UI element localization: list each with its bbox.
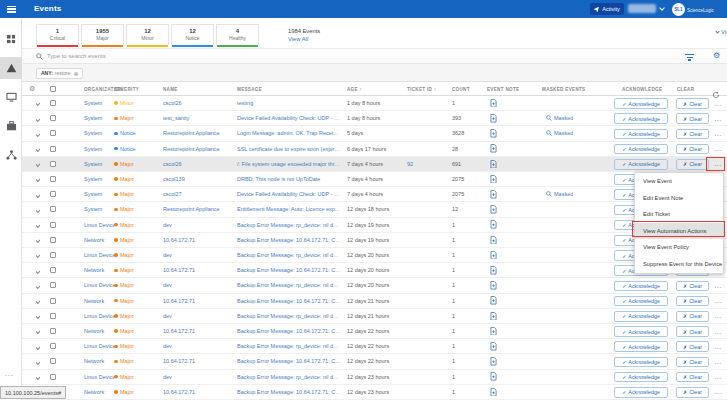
device-name-link[interactable]: dev	[163, 370, 235, 384]
expand-row-chevron-icon[interactable]	[36, 344, 40, 349]
clear-button[interactable]: ✗Clear	[676, 296, 709, 307]
device-name-link[interactable]: cscol26	[163, 96, 235, 110]
clear-button[interactable]: ✗Clear	[676, 159, 709, 170]
expand-row-chevron-icon[interactable]	[36, 374, 40, 379]
row-checkbox[interactable]	[50, 237, 56, 243]
row-checkbox[interactable]	[50, 374, 56, 380]
ticket-id-link[interactable]	[407, 187, 435, 201]
clear-button[interactable]: ✗Clear	[676, 129, 709, 140]
organization-link[interactable]: Network	[84, 354, 117, 368]
acknowledge-button[interactable]: ✓Acknowledge	[614, 144, 668, 155]
ticket-id-link[interactable]: 92	[407, 157, 435, 171]
row-checkbox[interactable]	[50, 130, 56, 136]
sidebar-item-events[interactable]	[0, 57, 22, 79]
expand-row-chevron-icon[interactable]	[36, 116, 40, 121]
event-note-icon[interactable]	[490, 233, 497, 247]
table-row[interactable]: Linux Devices Major dev Backup Error Mes…	[22, 248, 727, 263]
device-name-link[interactable]: Restorepoint Appliance	[163, 202, 235, 216]
column-settings-gear-icon[interactable]: ⚙	[29, 85, 35, 93]
organization-link[interactable]: Network	[84, 233, 117, 247]
device-name-link[interactable]: test_sanity	[163, 111, 235, 125]
ticket-id-link[interactable]	[407, 142, 435, 156]
clear-button[interactable]: ✗Clear	[676, 387, 709, 398]
event-message-link[interactable]: Backup Error Message: 10.64.172.71: Coul…	[237, 294, 341, 308]
ticket-id-link[interactable]	[407, 111, 435, 125]
row-checkbox[interactable]	[50, 282, 56, 288]
acknowledge-button[interactable]: ✓Acknowledge	[614, 281, 668, 292]
table-row[interactable]: Network Major 10.64.172.71 Backup Error …	[22, 233, 727, 248]
event-note-icon[interactable]	[490, 278, 497, 292]
row-checkbox[interactable]	[50, 161, 56, 167]
column-header-masked-events[interactable]: MASKED EVENTS	[542, 87, 585, 92]
row-more-actions-button[interactable]: ...	[712, 354, 724, 368]
expand-row-chevron-icon[interactable]	[36, 253, 40, 258]
device-name-link[interactable]: dev	[163, 278, 235, 292]
masked-events-link[interactable]: Masked	[546, 111, 573, 125]
organization-link[interactable]: System	[84, 111, 117, 125]
event-message-link[interactable]: Backup Error Message: 10.64.172.71: Coul…	[237, 233, 341, 247]
column-header-clear[interactable]: CLEAR	[677, 87, 694, 92]
table-row[interactable]: Linux Devices Major dev Backup Error Mes…	[22, 339, 727, 354]
event-message-link[interactable]: Backup Error Message: rp_device: nil dev…	[237, 248, 341, 262]
column-header-ticket-id[interactable]: TICKET ID ↑	[407, 87, 436, 92]
event-message-link[interactable]: SSL certificate due to expire soon (expi…	[237, 142, 341, 156]
sidebar-item-dashboards[interactable]	[0, 28, 22, 50]
severity-card-critical[interactable]: 1Critical	[36, 24, 79, 45]
acknowledge-button[interactable]: ✓Acknowledge	[614, 372, 668, 383]
column-header-count[interactable]: COUNT	[452, 87, 470, 92]
table-row[interactable]: Network Major 10.64.172.71 Backup Error …	[22, 385, 727, 400]
severity-card-notice[interactable]: 12Notice	[171, 24, 214, 45]
ticket-id-link[interactable]	[407, 218, 435, 232]
expand-row-chevron-icon[interactable]	[36, 359, 40, 364]
event-message-link[interactable]: Login Message: admin: OK. Trap Received …	[237, 126, 341, 140]
column-header-age[interactable]: AGE ↑	[347, 87, 362, 92]
organization-link[interactable]: System	[84, 96, 117, 110]
organization-link[interactable]: System	[84, 142, 117, 156]
row-more-actions-button[interactable]: ...	[712, 339, 724, 353]
row-more-actions-button[interactable]: ...	[712, 324, 724, 338]
device-name-link[interactable]: 10.64.172.71	[163, 294, 235, 308]
table-row[interactable]: Network Major 10.64.172.71 Backup Error …	[22, 263, 727, 278]
row-checkbox[interactable]	[50, 146, 56, 152]
table-row[interactable]: Linux Devices Major dev Backup Error Mes…	[22, 278, 727, 293]
menu-item-view-event[interactable]: View Event	[635, 173, 723, 190]
event-note-icon[interactable]	[490, 339, 497, 353]
organization-link[interactable]: Network	[84, 263, 117, 277]
device-name-link[interactable]: 10.64.172.71	[163, 233, 235, 247]
event-note-icon[interactable]	[490, 111, 497, 125]
table-row[interactable]: Network Major 10.64.172.71 Backup Error …	[22, 294, 727, 309]
refresh-icon[interactable]	[712, 85, 720, 103]
gear-icon[interactable]: ⚙	[713, 51, 720, 60]
event-message-link[interactable]: Device Failed Availability Check: UDP - …	[237, 111, 341, 125]
event-message-link[interactable]: /: File system usage exceeded major thre…	[237, 157, 341, 171]
clear-button[interactable]: ✗Clear	[676, 113, 709, 124]
severity-card-minor[interactable]: 12Minor	[126, 24, 169, 45]
organization-link[interactable]: Network	[84, 385, 117, 399]
table-row[interactable]: System Notice Restorepoint Appliance Log…	[22, 126, 727, 141]
row-more-actions-button[interactable]: ...	[712, 126, 724, 140]
view-menu-link[interactable]: View	[716, 29, 727, 35]
device-name-link[interactable]: Restorepoint Appliance	[163, 142, 235, 156]
event-message-link[interactable]: Backup Error Message: rp_device: nil dev…	[237, 309, 341, 323]
filter-list-icon[interactable]	[685, 54, 694, 62]
remove-filter-icon[interactable]: ⊗	[73, 70, 78, 77]
event-note-icon[interactable]	[490, 218, 497, 232]
event-note-icon[interactable]	[490, 157, 497, 171]
row-more-actions-button[interactable]: ...	[712, 142, 724, 156]
event-message-link[interactable]: Backup Error Message: rp_device: nil dev…	[237, 370, 341, 384]
table-row[interactable]: System Major cscol27 Device Failed Avail…	[22, 187, 727, 202]
acknowledge-button[interactable]: ✓Acknowledge	[614, 311, 668, 322]
row-checkbox[interactable]	[50, 100, 56, 106]
masked-events-link[interactable]: Masked	[546, 187, 573, 201]
organization-link[interactable]: Linux Devices	[84, 218, 117, 232]
column-header-name[interactable]: NAME	[163, 87, 178, 92]
clear-button[interactable]: ✗Clear	[676, 281, 709, 292]
organization-link[interactable]: System	[84, 157, 117, 171]
table-row[interactable]: Linux Devices Major dev Backup Error Mes…	[22, 370, 727, 385]
device-name-link[interactable]: 10.64.172.71	[163, 324, 235, 338]
event-note-icon[interactable]	[490, 126, 497, 140]
ticket-id-link[interactable]	[407, 248, 435, 262]
ticket-id-link[interactable]	[407, 172, 435, 186]
event-note-icon[interactable]	[490, 309, 497, 323]
device-name-link[interactable]: 10.64.172.71	[163, 263, 235, 277]
